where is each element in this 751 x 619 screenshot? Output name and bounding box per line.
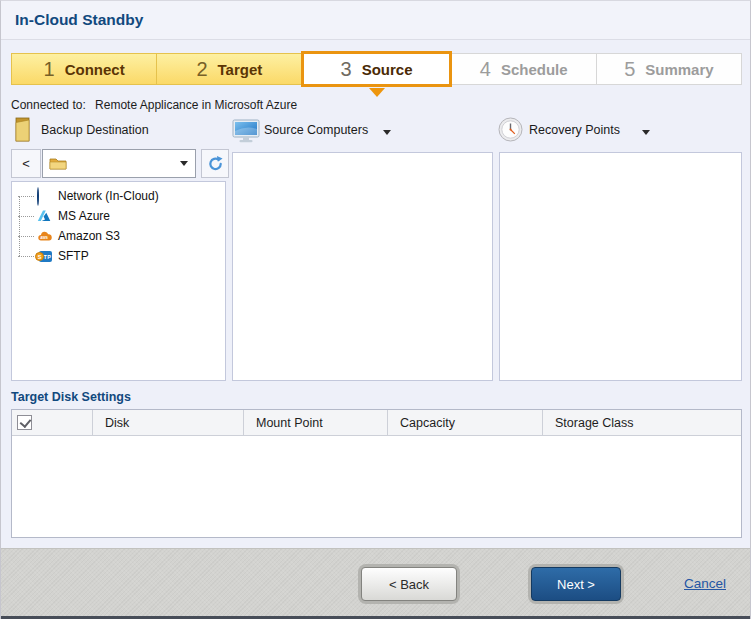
in-cloud-standby-dialog: In-Cloud Standby 1 Connect 2 Target 3 So… [0,0,751,619]
active-step-pointer-icon [369,88,385,97]
wizard-step-bar: 1 Connect 2 Target 3 Source 4 Schedule 5… [11,53,742,85]
connected-to-value: Remote Applicance in Microsoft Azure [95,98,297,112]
step-number: 5 [624,59,635,79]
cancel-link[interactable]: Cancel [684,576,726,591]
wizard-step-source[interactable]: 3 Source [301,51,451,87]
aws-cloud-icon: AWS [36,228,52,244]
column-header-mount-point: Mount Point [243,410,387,435]
folder-upright-icon [13,116,32,143]
step-number: 4 [480,59,491,79]
next-button[interactable]: Next > [531,567,621,601]
target-disk-settings-title: Target Disk Settings [11,390,131,404]
column-header-disk: Disk [92,410,243,435]
backup-destination-tree-panel[interactable]: Network (In-Cloud) MS Azure AWS [11,181,226,381]
recovery-points-list[interactable] [499,152,742,381]
sftp-icon: FTP S [36,248,52,264]
select-all-checkbox[interactable] [17,415,32,430]
step-number: 3 [341,59,352,79]
clock-icon [498,117,523,142]
destination-combobox[interactable] [42,149,196,178]
svg-text:AWS: AWS [40,236,48,240]
globe-icon [36,188,52,204]
destination-tree: Network (In-Cloud) MS Azure AWS [12,186,225,266]
connected-to-label: Connected to: [11,98,86,112]
wizard-step-summary[interactable]: 5 Summary [596,53,742,85]
source-computers-list[interactable] [232,152,493,381]
collapse-button-label: < [22,156,30,171]
monitor-icon [232,119,260,143]
refresh-button[interactable] [201,149,229,178]
tree-item-label: SFTP [58,249,89,263]
tree-item-ms-azure[interactable]: MS Azure [12,206,225,226]
page-title: In-Cloud Standby [15,11,143,29]
azure-icon [36,208,52,224]
target-disk-table: Disk Mount Point Capcacity Storage Class [11,409,742,538]
refresh-icon [207,155,224,172]
tree-item-sftp[interactable]: FTP S SFTP [12,246,225,266]
backup-destination-title: Backup Destination [41,123,149,137]
dropdown-caret-icon [180,161,188,166]
step-label: Connect [65,61,125,78]
next-button-focus-ring: Next > [528,564,624,604]
step-label: Source [362,61,413,78]
step-label: Schedule [501,61,568,78]
tree-item-network-in-cloud[interactable]: Network (In-Cloud) [12,186,225,206]
tree-item-amazon-s3[interactable]: AWS Amazon S3 [12,226,225,246]
column-header-storage-class: Storage Class [542,410,741,435]
connected-to-status: Connected to: Remote Applicance in Micro… [11,98,297,112]
step-number: 1 [44,59,55,79]
back-button[interactable]: < Back [361,567,457,601]
source-computers-title: Source Computers [264,123,368,137]
source-computers-dropdown-icon[interactable] [383,130,391,135]
step-label: Target [218,61,263,78]
step-number: 2 [196,59,207,79]
recovery-points-title: Recovery Points [529,123,620,137]
recovery-points-dropdown-icon[interactable] [642,130,650,135]
tree-item-label: Network (In-Cloud) [58,189,159,203]
folder-icon [49,156,67,171]
back-button-focus-ring: < Back [358,564,460,604]
collapse-button[interactable]: < [11,149,41,178]
wizard-step-schedule[interactable]: 4 Schedule [451,53,597,85]
title-bar: In-Cloud Standby [1,1,750,40]
table-header-row: Disk Mount Point Capcacity Storage Class [12,410,741,436]
column-header-capacity: Capcacity [387,410,542,435]
wizard-step-connect[interactable]: 1 Connect [11,53,157,85]
step-label: Summary [645,61,713,78]
wizard-step-target[interactable]: 2 Target [156,53,302,85]
tree-item-label: Amazon S3 [58,229,120,243]
tree-item-label: MS Azure [58,209,110,223]
